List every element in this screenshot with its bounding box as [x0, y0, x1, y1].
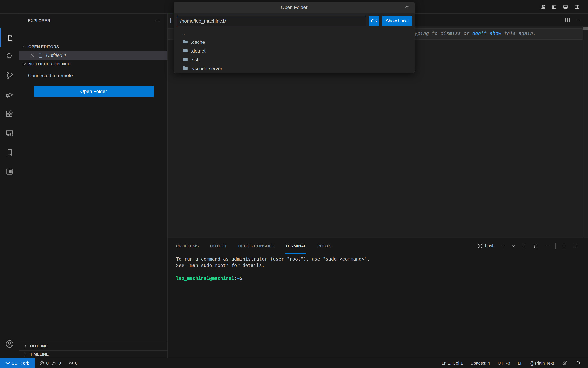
section-no-folder-opened[interactable]: NO FOLDER OPENED	[19, 60, 167, 68]
customize-layout-icon[interactable]	[540, 4, 545, 9]
list-item-folder[interactable]: .cache	[174, 38, 415, 46]
remote-connected-message: Connected to remote.	[28, 73, 74, 78]
sidebar-item-notebook[interactable]	[0, 162, 19, 181]
toggle-primary-sidebar-icon[interactable]	[551, 4, 557, 9]
folder-list: .. .cache .dotnet .ssh	[174, 29, 415, 73]
open-folder-button[interactable]: Open Folder	[34, 86, 154, 97]
timeline-label: TIMELINE	[30, 352, 49, 357]
sidebar-title: EXPLORER	[28, 18, 50, 23]
kill-terminal-icon[interactable]	[533, 243, 539, 249]
ok-button[interactable]: OK	[369, 16, 379, 26]
editor-scrollbar[interactable]	[583, 26, 588, 238]
bottom-panel: PROBLEMS OUTPUT DEBUG CONSOLE TERMINAL P…	[168, 238, 588, 358]
outline-label: OUTLINE	[30, 344, 48, 348]
indentation[interactable]: Spaces: 4	[470, 361, 490, 366]
more-actions-icon[interactable]	[544, 243, 550, 249]
show-local-button[interactable]: Show Local	[382, 16, 412, 26]
list-item-folder[interactable]: .dotnet	[174, 46, 415, 55]
notifications-bell-icon[interactable]	[575, 360, 581, 366]
debug-icon	[5, 90, 14, 99]
terminal-prompt: leo_machine1@machine1:~$	[176, 275, 370, 281]
folder-icon	[182, 65, 188, 72]
error-icon	[39, 361, 45, 366]
eye-icon[interactable]	[404, 5, 410, 10]
cursor-position[interactable]: Ln 1, Col 1	[441, 361, 463, 366]
folder-path-input[interactable]	[177, 16, 366, 26]
list-item-folder[interactable]: .vscode-server	[174, 64, 415, 73]
toolbar-divider	[555, 243, 556, 249]
panel-tabs: PROBLEMS OUTPUT DEBUG CONSOLE TERMINAL P…	[176, 238, 331, 254]
problems-status[interactable]: 0 0	[39, 361, 61, 366]
split-terminal-icon[interactable]	[521, 243, 527, 249]
open-editor-item-untitled-1[interactable]: Untitled-1	[19, 51, 167, 60]
split-editor-icon[interactable]	[564, 17, 570, 23]
tab-debug-console[interactable]: DEBUG CONSOLE	[238, 238, 274, 254]
search-icon	[5, 52, 14, 61]
account-icon	[5, 339, 14, 349]
folder-icon	[182, 47, 188, 55]
activity-bar: ⚙	[0, 14, 19, 358]
tab-terminal[interactable]: TERMINAL	[285, 238, 306, 254]
tab-output[interactable]: OUTPUT	[210, 238, 227, 254]
toggle-panel-icon[interactable]	[563, 4, 568, 9]
extensions-icon	[5, 109, 14, 119]
dialog-title: Open Folder	[281, 5, 307, 10]
list-item-folder[interactable]: .ssh	[174, 55, 415, 64]
encoding[interactable]: UTF-8	[498, 361, 510, 366]
explorer-sidebar: EXPLORER OPEN EDITORS Untitled-1 N	[19, 14, 168, 358]
remote-label: SSH: orb	[12, 361, 29, 366]
sidebar-item-extensions[interactable]	[0, 104, 19, 124]
toggle-secondary-sidebar-icon[interactable]	[574, 4, 579, 9]
section-open-editors[interactable]: OPEN EDITORS	[19, 43, 167, 51]
folder-icon	[182, 56, 188, 63]
ports-count: 0	[75, 361, 78, 366]
sidebar-item-run-debug[interactable]	[0, 85, 19, 104]
tab-problems[interactable]: PROBLEMS	[176, 238, 199, 254]
remote-explorer-icon	[5, 129, 14, 138]
eol-sequence[interactable]: LF	[518, 361, 523, 366]
dont-show-link[interactable]: don't show	[472, 31, 501, 36]
vscode-window: ⚙ EXPLORER OPEN EDITORS Untitled-1	[0, 0, 588, 368]
section-outline[interactable]: OUTLINE	[19, 342, 167, 350]
open-folder-dialog: Open Folder OK Show Local .. .cache	[174, 2, 415, 73]
chevron-down-icon	[22, 44, 27, 49]
terminal-line: See "man sudo_root" for details.	[176, 262, 370, 269]
open-editors-label: OPEN EDITORS	[28, 45, 59, 49]
broadcast-icon	[68, 361, 74, 366]
remote-icon: ><	[5, 361, 9, 366]
close-panel-icon[interactable]	[572, 243, 579, 249]
forwarded-ports-status[interactable]: 0	[68, 361, 78, 366]
shell-label: bash	[485, 243, 495, 248]
maximize-panel-icon[interactable]	[561, 243, 567, 249]
sidebar-header: EXPLORER	[19, 14, 167, 28]
more-actions-icon[interactable]	[154, 18, 160, 24]
open-editor-file-label: Untitled-1	[46, 53, 67, 58]
editor-placeholder-hint: typing to dismiss or don't show this aga…	[412, 31, 536, 36]
status-bar: >< SSH: orb 0 0 0 Ln 1, Col 1	[0, 358, 588, 368]
close-icon[interactable]	[30, 53, 35, 58]
sidebar-item-search[interactable]	[0, 47, 19, 66]
sidebar-item-source-control[interactable]	[0, 66, 19, 85]
list-item-parent-dir[interactable]: ..	[174, 29, 415, 38]
bash-icon	[477, 243, 483, 249]
language-mode[interactable]: {}Plain Text	[530, 361, 554, 366]
warning-icon	[51, 361, 57, 366]
file-icon	[37, 53, 43, 58]
terminal-content[interactable]: To run a command as administrator (user …	[176, 256, 370, 281]
scrollbar-handle[interactable]	[583, 27, 588, 30]
launch-profile-chevron-icon[interactable]	[511, 244, 516, 248]
accounts-button[interactable]	[0, 334, 19, 354]
terminal-shell-selector[interactable]: bash	[477, 243, 495, 249]
remote-indicator[interactable]: >< SSH: orb	[0, 358, 35, 368]
folder-icon	[182, 39, 188, 46]
copilot-icon[interactable]	[562, 360, 568, 366]
notebook-icon	[5, 167, 14, 176]
dialog-titlebar[interactable]: Open Folder	[174, 2, 415, 13]
sidebar-item-explorer[interactable]	[0, 28, 19, 47]
section-timeline[interactable]: TIMELINE	[19, 350, 167, 358]
tab-ports[interactable]: PORTS	[317, 238, 331, 254]
new-terminal-icon[interactable]	[500, 243, 506, 249]
sidebar-item-bookmarks[interactable]	[0, 143, 19, 162]
more-actions-icon[interactable]	[576, 17, 582, 23]
sidebar-item-remote-explorer[interactable]	[0, 124, 19, 143]
